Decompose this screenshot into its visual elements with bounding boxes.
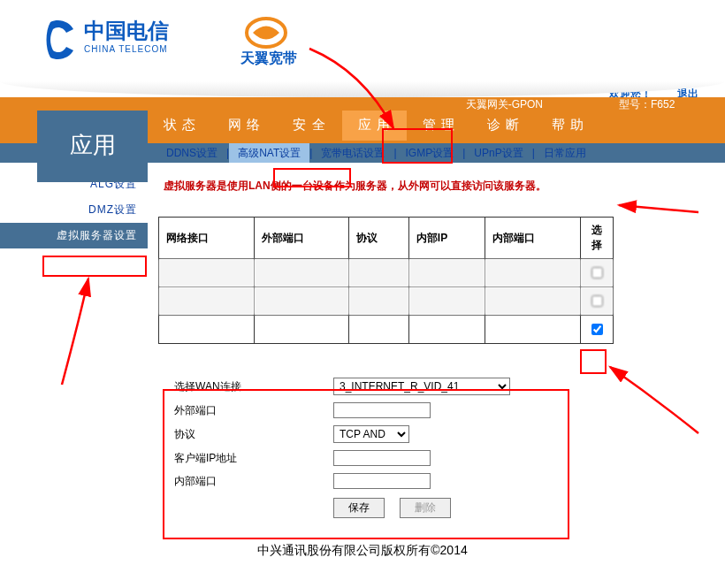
wan-select[interactable]: 3_INTERNET_R_VID_41	[333, 378, 510, 395]
client-ip-input[interactable]	[333, 450, 431, 466]
sidebar-item-2[interactable]: 虚拟服务器设置	[0, 223, 148, 248]
svg-text:天翼宽带: 天翼宽带	[240, 50, 297, 65]
china-telecom-logo: 中国电信 CHINA TELECOM	[40, 13, 217, 69]
virtual-server-table: 网络接口外部端口协议内部IP内部端口选择	[158, 217, 614, 344]
wan-label: 选择WAN连接	[174, 379, 333, 394]
table-header: 协议	[349, 218, 409, 259]
table-row	[159, 316, 614, 344]
header: 中国电信 CHINA TELECOM 天翼宽带 欢迎您！ 退出	[0, 0, 725, 97]
subnav-item-4[interactable]: UPnP设置	[465, 143, 531, 163]
table-header: 外部端口	[254, 218, 349, 259]
subnav-item-2[interactable]: 宽带电话设置	[312, 143, 393, 163]
svg-text:CHINA TELECOM: CHINA TELECOM	[84, 44, 168, 54]
subnav-item-1[interactable]: 高级NAT设置	[229, 143, 309, 163]
nav-tab-6[interactable]: 帮 助	[536, 111, 600, 141]
proto-select[interactable]: TCP AND	[333, 425, 409, 443]
nav-tab-5[interactable]: 诊 断	[471, 111, 536, 141]
svg-text:中国电信: 中国电信	[84, 19, 169, 42]
subnav-item-0[interactable]: DDNS设置	[157, 143, 226, 163]
table-header: 内部端口	[485, 218, 581, 259]
save-button[interactable]: 保存	[333, 498, 385, 518]
content-area: 虚拟服务器是使用LAN侧的一台设备作为服务器，从外网可以直接访问该服务器。 网络…	[148, 163, 725, 531]
row-select-checkbox[interactable]	[591, 324, 603, 335]
form-panel: 选择WAN连接 3_INTERNET_R_VID_41 外部端口 协议 TCP …	[158, 365, 587, 531]
row-select-checkbox[interactable]	[591, 295, 603, 307]
table-header: 内部IP	[408, 218, 485, 259]
device-model: 型号：F652	[619, 97, 707, 112]
ext-port-label: 外部端口	[174, 403, 333, 418]
sidebar-item-1[interactable]: DMZ设置	[0, 197, 148, 223]
description-text: 虚拟服务器是使用LAN侧的一台设备作为服务器，从外网可以直接访问该服务器。	[164, 179, 714, 194]
delete-button[interactable]: 删除	[400, 498, 451, 518]
footer-copyright: 中兴通讯股份有限公司版权所有©2014	[0, 531, 725, 566]
client-ip-label: 客户端IP地址	[174, 451, 333, 466]
nav-tab-4[interactable]: 管 理	[407, 111, 471, 141]
ext-port-input[interactable]	[333, 402, 431, 418]
subnav-item-3[interactable]: IGMP设置	[397, 143, 463, 163]
nav-tab-3[interactable]: 应 用	[342, 111, 407, 141]
int-port-input[interactable]	[333, 473, 431, 489]
tianyi-logo: 天翼宽带	[235, 15, 332, 71]
table-row	[159, 287, 614, 316]
row-select-checkbox[interactable]	[591, 267, 603, 279]
main-nav: 天翼网关-GPON 型号：F652 应用 状 态网 络安 全应 用管 理诊 断帮…	[0, 97, 725, 143]
int-port-label: 内部端口	[174, 474, 333, 489]
page-title: 应用	[37, 111, 148, 182]
table-row	[159, 259, 614, 287]
table-header: 选择	[581, 218, 614, 259]
subnav-item-5[interactable]: 日常应用	[535, 143, 595, 163]
nav-tab-2[interactable]: 安 全	[277, 111, 341, 141]
table-header: 网络接口	[159, 218, 255, 259]
nav-tab-0[interactable]: 状 态	[148, 111, 212, 141]
proto-label: 协议	[174, 427, 333, 442]
nav-tab-1[interactable]: 网 络	[212, 111, 277, 141]
